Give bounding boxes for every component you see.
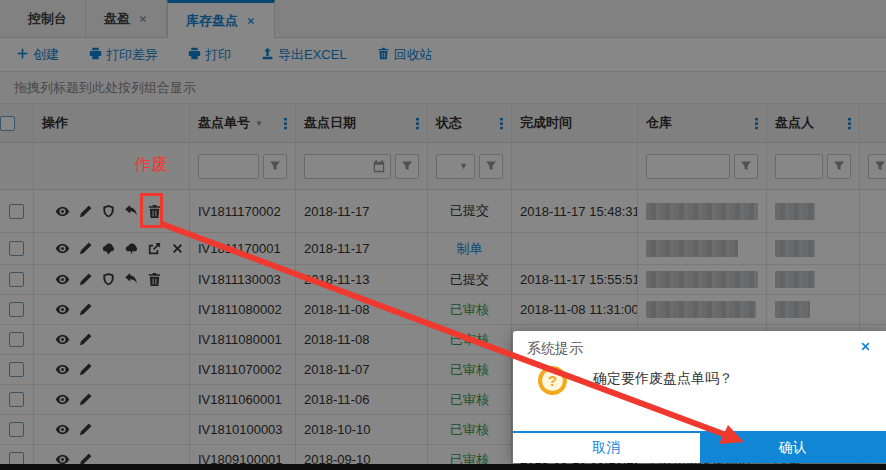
confirm-button[interactable]: 确认 <box>700 433 886 463</box>
dialog-title: 系统提示 <box>513 331 886 358</box>
window-bottom-edge <box>0 464 886 470</box>
question-icon: ? <box>538 366 567 395</box>
cancel-button[interactable]: 取消 <box>513 433 700 463</box>
close-icon[interactable] <box>859 340 872 353</box>
dialog-footer: 取消 确认 <box>513 431 886 463</box>
inventory-count-screen: 控制台盘盈库存盘点 创建打印差异打印导出EXCEL回收站 拖拽列标题到此处按列组… <box>0 0 886 470</box>
dialog-message: 确定要作废盘点单吗？ <box>593 370 733 388</box>
confirm-dialog: 系统提示 ? 确定要作废盘点单吗？ 取消 确认 <box>513 331 886 463</box>
